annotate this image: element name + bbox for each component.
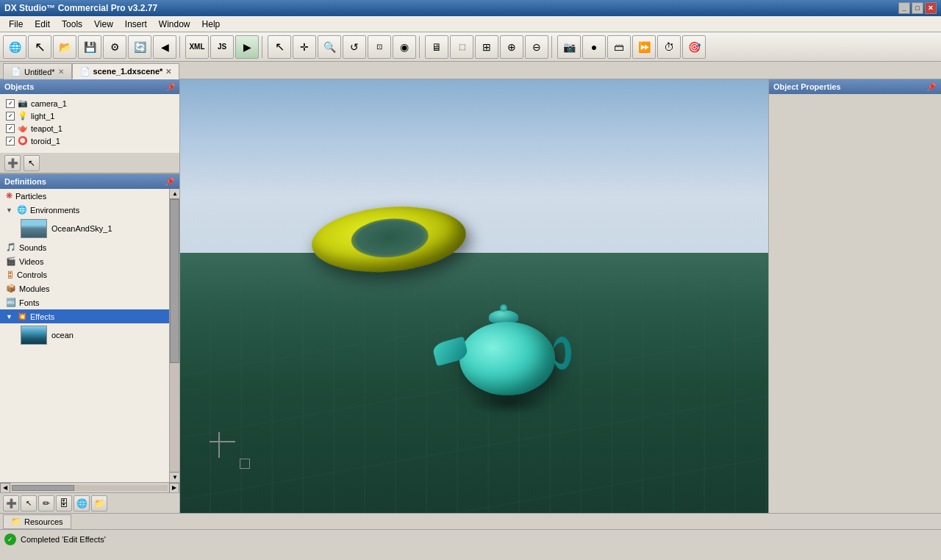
hscroll-left-btn[interactable]: ◀ [0, 483, 10, 493]
obj-cursor-btn[interactable]: ↖ [24, 155, 40, 171]
refresh-btn[interactable]: 🔄 [128, 35, 151, 59]
monitor-btn[interactable]: 🖥 [425, 35, 448, 59]
cursor-btn[interactable]: ↖ [28, 35, 51, 59]
layers-btn[interactable]: ⊞ [475, 35, 498, 59]
close-btn[interactable]: ✕ [925, 2, 937, 14]
left-panel: Objects 📌 ✓ 📷 camera_1 ✓ 💡 light_1 ✓ 🫖 [0, 79, 180, 513]
move-btn[interactable]: ✛ [293, 35, 316, 59]
obj-teapot1[interactable]: ✓ 🫖 teapot_1 [0, 122, 179, 134]
save-btn[interactable]: 💾 [78, 35, 101, 59]
def-cursor-btn[interactable]: ↖ [21, 495, 37, 511]
def-environments-label: Environments [30, 206, 79, 215]
def-fonts[interactable]: 🔤 Fonts [0, 295, 169, 309]
zoom2-btn[interactable]: ⊕ [500, 35, 523, 59]
obj-toroid1-icon: ⭕ [18, 136, 28, 146]
obj-add-btn[interactable]: ➕ [4, 155, 21, 171]
torus-hole [351, 216, 431, 261]
tab-untitled[interactable]: 📄 Untitled* ✕ [3, 63, 72, 79]
rotate-btn[interactable]: ↺ [343, 35, 366, 59]
def-globe-btn[interactable]: 🌐 [74, 495, 90, 511]
hscroll-thumb[interactable] [12, 485, 74, 491]
minimize-btn[interactable]: _ [898, 2, 910, 14]
statusbar: ✓ Completed 'Edit Effects' [0, 529, 941, 548]
resources-tab[interactable]: 📁 Resources [3, 514, 71, 529]
def-oceanansky1[interactable]: OceanAndSky_1 [0, 217, 169, 240]
tab-scene1[interactable]: 📄 scene_1.dxscene* ✕ [72, 63, 180, 79]
vscroll-down-btn[interactable]: ▼ [170, 472, 179, 482]
def-particles-label: Particles [15, 192, 46, 201]
obj-light1[interactable]: ✓ 💡 light_1 [0, 110, 179, 122]
resources-icon: 📁 [11, 517, 21, 526]
obj-teapot1-check[interactable]: ✓ [6, 124, 15, 133]
anim-btn[interactable]: ⏩ [632, 35, 656, 59]
play-btn[interactable]: ▶ [235, 35, 259, 59]
hscroll-right-btn[interactable]: ▶ [169, 483, 179, 493]
js-btn[interactable]: JS [210, 35, 234, 59]
ocean-scene [180, 79, 768, 513]
obj-teapot1-label: teapot_1 [31, 124, 62, 133]
settings-btn[interactable]: ⚙ [103, 35, 126, 59]
select-btn[interactable]: ↖ [268, 35, 291, 59]
obj-camera1-check[interactable]: ✓ [6, 99, 15, 108]
def-effects[interactable]: ▼ 💥 Effects [0, 309, 169, 323]
obj-props-pin[interactable]: 📌 [926, 82, 937, 92]
def-ocean[interactable]: ocean [0, 323, 169, 347]
scale-btn[interactable]: ⊡ [368, 35, 391, 59]
zoom2b-btn[interactable]: ⊖ [525, 35, 548, 59]
tab-close-scene1[interactable]: ✕ [165, 68, 171, 76]
obj-light1-check[interactable]: ✓ [6, 112, 15, 121]
menu-insert[interactable]: Insert [119, 18, 153, 31]
obj-camera1[interactable]: ✓ 📷 camera_1 [0, 97, 179, 110]
zoom-btn[interactable]: 🔍 [318, 35, 341, 59]
def-videos-label: Videos [19, 257, 43, 266]
menu-tools[interactable]: Tools [56, 18, 88, 31]
teapot-shadow [467, 392, 548, 414]
sphere-btn[interactable]: ● [582, 35, 606, 59]
def-add-btn[interactable]: ➕ [3, 495, 19, 511]
menu-help[interactable]: Help [196, 18, 226, 31]
obj-toroid1[interactable]: ✓ ⭕ toroid_1 [0, 134, 179, 147]
objects-panel: Objects 📌 ✓ 📷 camera_1 ✓ 💡 light_1 ✓ 🫖 [0, 79, 179, 174]
def-folder-btn[interactable]: 📁 [91, 495, 107, 511]
def-controls-label: Controls [17, 270, 47, 279]
sep2 [262, 36, 265, 58]
frame-btn[interactable]: ⬚ [450, 35, 473, 59]
tab-scene-icon: 📄 [80, 67, 90, 76]
def-controls[interactable]: 🎛 Controls [0, 268, 169, 281]
viewport[interactable] [180, 79, 768, 513]
menu-window[interactable]: Window [153, 18, 196, 31]
back-btn[interactable]: ◀ [153, 35, 176, 59]
definitions-toolbar: ➕ ↖ ✏ 🗄 🌐 📁 [0, 492, 179, 513]
menu-edit[interactable]: Edit [29, 18, 56, 31]
obj-toroid1-check[interactable]: ✓ [6, 137, 15, 146]
globe-btn[interactable]: 🌐 [3, 35, 26, 59]
box-btn[interactable]: 🗃 [607, 35, 631, 59]
definitions-vscroll[interactable]: ▲ ▼ [169, 189, 179, 482]
def-videos[interactable]: 🎬 Videos [0, 254, 169, 268]
definitions-scroll[interactable]: ❋ Particles ▼ 🌐 Environments OceanAndSky… [0, 189, 169, 482]
teapot-handle [553, 337, 571, 370]
definitions-pin[interactable]: 📌 [165, 177, 175, 187]
menu-file[interactable]: File [3, 18, 29, 31]
vscroll-up-btn[interactable]: ▲ [170, 189, 179, 199]
open-btn[interactable]: 📂 [53, 35, 76, 59]
clock-btn[interactable]: ⏱ [657, 35, 681, 59]
extra-btn[interactable]: 🎯 [682, 35, 706, 59]
target-btn[interactable]: ◉ [393, 35, 416, 59]
def-sounds[interactable]: 🎵 Sounds [0, 240, 169, 254]
resources-bar: 📁 Resources [0, 513, 941, 529]
camera2-btn[interactable]: 📷 [557, 35, 581, 59]
menu-view[interactable]: View [88, 18, 119, 31]
objects-panel-pin[interactable]: 📌 [166, 83, 175, 91]
def-modules[interactable]: 📦 Modules [0, 281, 169, 295]
tab-close-untitled[interactable]: ✕ [58, 68, 64, 76]
torus-shape [310, 201, 473, 279]
def-db-btn[interactable]: 🗄 [56, 495, 72, 511]
def-particles[interactable]: ❋ Particles [0, 189, 169, 203]
maximize-btn[interactable]: □ [912, 2, 923, 14]
def-edit-btn[interactable]: ✏ [38, 495, 54, 511]
xml-btn[interactable]: XML [185, 35, 209, 59]
vscroll-thumb[interactable] [170, 199, 179, 363]
def-environments[interactable]: ▼ 🌐 Environments [0, 203, 169, 217]
titlebar-controls[interactable]: _ □ ✕ [898, 2, 937, 14]
